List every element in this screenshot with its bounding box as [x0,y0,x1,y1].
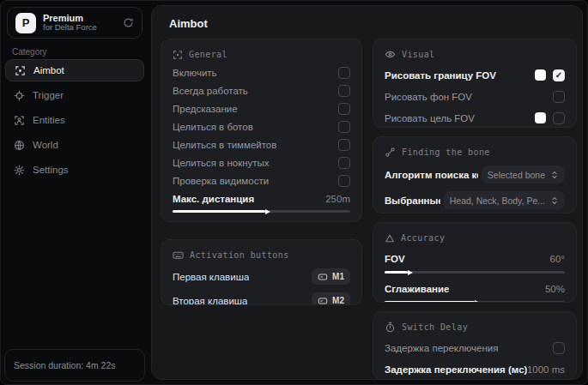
sidebar-item-label: Trigger [33,90,64,100]
unfold-icon [550,171,559,179]
slider-value: 60° [550,254,565,264]
smoothing-slider[interactable] [385,301,565,303]
toggle-label: Целиться в ботов [173,122,253,132]
license-subtitle: for Delta Force [43,23,97,33]
selected-bones-select[interactable]: Head, Neck, Body, Pe... [444,191,565,209]
keybind-button-primary[interactable]: M1 [312,268,350,285]
card-accuracy: Accuracy FOV60° Сглаживание50% [373,222,577,303]
mouse-button-icon [318,296,328,306]
keybind-value: M1 [332,272,344,281]
keybind-button-secondary[interactable]: M2 [312,292,350,305]
sidebar-nav: Aimbot Trigger Entities [5,59,144,183]
card-header-label: General [189,50,227,59]
sidebar-item-label: World [33,140,58,150]
keybind-value: M2 [332,296,344,305]
color-swatch[interactable] [535,112,546,123]
mouse-button-icon [318,272,328,282]
card-visual: Visual Рисовать границу FOV Рисовать фон… [373,39,577,128]
main-panel: Aimbot General Включить Всегда работать … [151,5,583,380]
card-accuracy-header: Accuracy [385,232,565,244]
toggle-label: Предсказание [173,104,238,114]
license-card: P Premium for Delta Force [7,7,142,39]
select-label: Алгоритм поиска костей [385,170,478,180]
slider-label: Задержка переключения (мс) [385,364,527,375]
checkbox-aim-teammates[interactable] [338,139,350,151]
eye-icon [385,49,396,60]
card-header-label: Accuracy [401,233,445,243]
select-value: Head, Neck, Body, Pe... [450,196,545,206]
slider-fill [385,271,408,274]
checkbox-draw-fov-background[interactable] [553,91,565,103]
globe-icon [14,140,25,151]
keyboard-icon [173,250,184,261]
card-general-header: General [173,49,350,60]
checkbox-visibility-check[interactable] [338,175,350,187]
sidebar-item-aimbot[interactable]: Aimbot [5,59,144,81]
triangle-icon [385,233,395,244]
target-icon [14,90,25,101]
card-finding-header: Finding the bone [385,147,565,158]
toggle-label: Задержка переключения [385,343,498,353]
app-window: P Premium for Delta Force Category A [0,0,588,385]
slider-value: 1000 ms [527,364,565,375]
sidebar-item-settings[interactable]: Settings [5,159,144,181]
bone-algorithm-select[interactable]: Selected bone [482,165,565,183]
unfold-icon [550,196,559,205]
card-finding-the-bone: Finding the bone Алгоритм поиска костей … [373,136,577,214]
session-text: Session duration: 4m 22s [14,360,115,370]
fov-slider[interactable] [385,271,565,274]
checkbox-enable[interactable] [338,67,350,79]
sidebar-item-label: Aimbot [33,65,64,75]
session-duration: Session duration: 4m 22s [4,349,145,382]
card-header-label: Visual [402,50,435,59]
toggle-label: Включить [173,68,217,78]
sidebar-item-entities[interactable]: Entities [5,109,144,131]
slider-label: FOV [385,254,405,264]
toggle-label: Целиться в нокнутых [173,158,270,168]
slider-value: 50% [545,284,565,294]
card-header-label: Finding the bone [402,147,490,157]
sidebar: P Premium for Delta Force Category A [0,0,149,385]
max-distance-slider[interactable] [173,210,350,213]
toggle-label: Рисовать границу FOV [385,70,496,81]
page-title: Aimbot [169,17,208,30]
checkbox-aim-knocked[interactable] [338,157,350,169]
toggle-label: Всегда работать [173,86,248,96]
crosshair-scan-icon [173,50,183,60]
sidebar-item-trigger[interactable]: Trigger [5,84,144,106]
sidebar-item-label: Settings [33,165,69,175]
card-switch-delay: Switch Delay Задержка переключения Задер… [373,311,577,380]
select-label: Выбранные кости [385,196,440,206]
slider-fill [385,301,475,303]
stopwatch-icon [385,322,396,333]
card-activation-header: Activation buttons [173,250,350,261]
checkbox-always-work[interactable] [338,85,350,97]
category-label: Category [12,47,47,57]
app-logo: P [15,13,36,33]
sidebar-item-world[interactable]: World [5,134,144,156]
person-scan-icon [14,115,25,126]
sidebar-item-label: Entities [33,115,65,125]
slider-value: 250m [325,194,350,204]
keybind-label: Вторая клавиша [173,296,247,306]
checkbox-draw-fov-border[interactable] [553,69,565,81]
toggle-label: Целиться в тиммейтов [173,140,276,150]
checkbox-switch-delay[interactable] [553,342,565,354]
logo-letter: P [22,16,30,29]
card-switch-header: Switch Delay [385,322,565,333]
card-header-label: Switch Delay [402,322,468,332]
gear-icon [14,165,25,176]
bone-icon [385,147,396,158]
slider-fill [173,210,265,213]
refresh-icon[interactable] [123,17,134,28]
card-activation-buttons: Activation buttons Первая клавиша M1 Вто… [161,239,362,305]
select-value: Selected bone [488,170,545,180]
card-general: General Включить Всегда работать Предска… [161,39,362,222]
color-swatch[interactable] [535,69,546,81]
checkbox-aim-bots[interactable] [338,121,350,133]
checkbox-draw-fov-target[interactable] [553,112,565,124]
slider-label: Сглаживание [385,284,449,294]
checkbox-prediction[interactable] [338,103,350,115]
toggle-label: Рисовать цель FOV [385,113,475,123]
card-header-label: Activation buttons [190,250,289,260]
